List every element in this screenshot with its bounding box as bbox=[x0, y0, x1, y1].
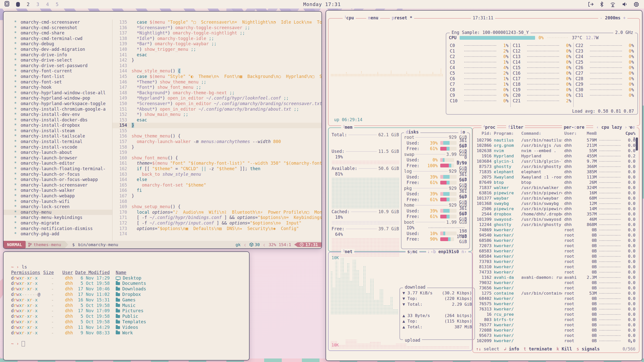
file-list-item[interactable]: *omarchy-launch-webapp bbox=[4, 193, 112, 199]
file-list-item[interactable]: *omarchy-notification-dismiss bbox=[4, 226, 112, 232]
process-row[interactable]: 72073kworker/root0B0.0 bbox=[475, 243, 635, 248]
file-list-item[interactable]: *omarchy-hyprland-workspace-toggle bbox=[4, 101, 112, 107]
file-list-item[interactable]: *omarchy-launch-screensaver bbox=[4, 183, 112, 188]
terminal-cursor[interactable] bbox=[22, 341, 25, 346]
file-list-item[interactable]: *omarchy-drive-set-password bbox=[4, 63, 112, 69]
process-row[interactable]: 803btrfs-trroot0B0.0 bbox=[475, 317, 635, 322]
volume-icon[interactable] bbox=[622, 2, 628, 7]
disks-io-toggle[interactable]: io bbox=[458, 129, 467, 134]
process-row[interactable]: 63816pipewire/usr/bin/pipewiredhh16M0.0 bbox=[475, 190, 635, 196]
file-list-item[interactable]: *omarchy-install-vscode bbox=[4, 145, 112, 150]
process-row[interactable]: 102796nautilus/usr/bin/nautilus --newdhh… bbox=[475, 138, 635, 143]
cpu-chip-icon[interactable] bbox=[634, 2, 639, 7]
file-list-item[interactable]: *omarchy-launch-editor bbox=[4, 161, 112, 166]
file-list-item[interactable]: *omarchy-install-dev-env bbox=[4, 112, 112, 117]
workspace-4[interactable]: 4 bbox=[46, 2, 49, 7]
tab-mem[interactable]: 2mem bbox=[341, 125, 354, 130]
window-icon[interactable] bbox=[5, 1, 9, 8]
process-row[interactable]: 72088kworker/root0B0.0 bbox=[475, 328, 635, 333]
file-list-item[interactable]: *omarchy-menu bbox=[4, 210, 112, 215]
process-row[interactable]: 16rcu_preeroot0B0.0 bbox=[475, 312, 635, 317]
file-list-item[interactable]: *omarchy-install-dropbox bbox=[4, 123, 112, 128]
workspace-3[interactable]: 3 bbox=[36, 2, 39, 7]
workspace-2[interactable]: 2 bbox=[27, 2, 29, 7]
file-list-item[interactable]: *omarchy-install-steam bbox=[4, 128, 112, 134]
file-list-item[interactable]: *omarchy-launch-walker bbox=[4, 188, 112, 193]
process-row[interactable]: 101399swayosd-/usr/bin/swayosd-serverdhh… bbox=[475, 217, 635, 222]
file-list-item[interactable]: *omarchy-install-tailscale bbox=[4, 133, 112, 139]
file-list-item[interactable]: *omarchy-install-docker-dbs bbox=[4, 117, 112, 123]
process-row[interactable]: 87649btopbtopdhh26M0.0 bbox=[475, 180, 635, 185]
file-list-item[interactable]: *omarchy-dev-add-migration bbox=[4, 47, 112, 52]
process-row[interactable]: 87573ghostty/usr/bin/ghostty --gtk-dhh36… bbox=[475, 164, 635, 169]
bluetooth-icon[interactable] bbox=[600, 2, 603, 7]
process-row[interactable]: 12244ghostty/usr/bin/ghostty --gtk-dhh86… bbox=[475, 222, 635, 227]
file-list-item[interactable]: *omarchy-hook bbox=[4, 85, 112, 90]
tab-menu[interactable]: menu bbox=[366, 15, 380, 20]
process-row[interactable]: 74869kworker/root0B0.0 bbox=[475, 227, 635, 233]
process-row[interactable]: 68586kworker/root0B0.0 bbox=[475, 238, 635, 243]
footer-button-kill[interactable]: k Kill bbox=[556, 346, 572, 351]
file-list-item[interactable]: *omarchy-install-chromium-google-a bbox=[4, 107, 112, 112]
file-list-item[interactable]: *omarchy-launch-about bbox=[4, 150, 112, 155]
file-list-item[interactable]: *omarchy-lock-screen bbox=[4, 204, 112, 210]
process-row[interactable]: 102866org.gnom/usr/bin/gjs /usr/lib/odhh… bbox=[475, 143, 635, 148]
footer-button-select[interactable]: ↑↓ select bbox=[476, 346, 499, 351]
file-list-item[interactable]: *omarchy-cmd-share bbox=[4, 30, 112, 36]
proc-sort-selector[interactable]: ‹ cpu lazy › bbox=[594, 125, 629, 130]
file-list-item[interactable]: *omarchy-migrate bbox=[4, 220, 112, 226]
screen-share-icon[interactable] bbox=[588, 2, 594, 7]
file-list-item[interactable]: *omarchy-cmd-terminal-cwd bbox=[4, 36, 112, 41]
process-row[interactable]: 68402kworker/root0B0.0 bbox=[475, 296, 635, 301]
process-row[interactable]: 94540kworker/root0B0.0 bbox=[475, 233, 635, 238]
proc-tab-filter[interactable]: filter bbox=[506, 125, 525, 130]
file-list-item[interactable]: *omarchy-install-terminal bbox=[4, 139, 112, 145]
file-list-item[interactable]: *omarchy-launch-or-focus bbox=[4, 172, 112, 177]
process-row[interactable]: 76575kworker/root0B0.0 bbox=[475, 301, 635, 306]
file-list-item[interactable]: *omarchy-font-current bbox=[4, 68, 112, 74]
tab-net[interactable]: 3net bbox=[341, 249, 354, 254]
process-row[interactable]: 2544dropbox/home/dhh/.dropbox-distdhh357… bbox=[475, 211, 635, 217]
process-scrollbar[interactable] bbox=[636, 138, 638, 151]
process-row[interactable]: 81310kworker/root0B0.0 bbox=[475, 264, 635, 269]
process-row[interactable]: 68584kworker/root0B0.0 bbox=[475, 254, 635, 259]
file-list-item[interactable]: *omarchy-launch-floating-terminal- bbox=[4, 166, 112, 172]
file-list-item[interactable]: *omarchy-launch-wifi bbox=[4, 199, 112, 204]
process-row[interactable]: 79032kworker/root0B0.0 bbox=[475, 280, 635, 285]
file-list-item[interactable]: *omarchy-hyprland-window-close-all bbox=[4, 90, 112, 96]
file-list-item[interactable]: *omarchy-launch-or-focus-webapp bbox=[4, 177, 112, 183]
proc-tab-per-core[interactable]: per-core bbox=[562, 125, 586, 130]
wifi-icon[interactable] bbox=[610, 2, 616, 7]
process-row[interactable]: 73703kworker/root0B0.0 bbox=[475, 259, 635, 264]
process-row[interactable]: 73656kworker/root0B0.0 bbox=[475, 285, 635, 291]
file-list-item[interactable]: *omarchy-drive-info bbox=[4, 52, 112, 58]
file-list-item[interactable]: *omarchy-debug bbox=[4, 41, 112, 47]
tab-proc[interactable]: 4proc bbox=[481, 125, 497, 130]
net-interface-switcher[interactable]: ‹b enp191s0 n› bbox=[429, 249, 468, 254]
file-list-item[interactable]: *omarchy-font-list bbox=[4, 74, 112, 79]
footer-button-info[interactable]: ↲ info bbox=[504, 346, 519, 351]
file-list-item[interactable]: *omarchy-drive-select bbox=[4, 58, 112, 63]
process-row[interactable]: 102638nvimnvim --embed .dhh55M0.0 bbox=[475, 148, 635, 153]
process-row[interactable]: 103684glycin-i/usr/lib/glycin-loadersdhh… bbox=[475, 159, 635, 164]
file-list-item[interactable]: *omarchy-menu-keybindings bbox=[4, 215, 112, 220]
tab-preset[interactable]: preset * bbox=[390, 15, 414, 20]
process-row[interactable]: 68583kworker/root0B0.0 bbox=[475, 248, 635, 254]
tab-cpu[interactable]: 1cpu bbox=[343, 15, 356, 20]
update-interval[interactable]: - 2000ms + bbox=[598, 15, 627, 20]
process-row[interactable]: 1162avahi-daavahi-daemon: running [avahi… bbox=[475, 275, 635, 280]
file-list-item[interactable]: *omarchy-launch-browser bbox=[4, 155, 112, 161]
process-row[interactable]: 95673kworker/root0B0.0 bbox=[475, 333, 635, 338]
process-row[interactable]: 101368swaybg/usr/bin/swaybg -i /homdhh12… bbox=[475, 201, 635, 206]
shell-prompt-active[interactable]: ~ › bbox=[11, 341, 242, 347]
process-row[interactable]: 76313kworker/root0B0.0 bbox=[475, 306, 635, 312]
process-row[interactable]: 102099kworker/root0B0.0 bbox=[475, 338, 635, 343]
footer-button-signals[interactable]: s signals bbox=[577, 346, 600, 351]
footer-button-terminate[interactable]: t terminate bbox=[524, 346, 552, 351]
process-row[interactable]: 2075XwaylandXwayland :1 -rootless -dhh11… bbox=[475, 174, 635, 180]
process-row[interactable]: 71837walker/usr/bin/walker --gappldhh324… bbox=[475, 185, 635, 190]
process-row[interactable]: 71835elephantelephantdhh385M0.0 bbox=[475, 169, 635, 174]
process-row[interactable]: 74733kworker/root0B0.0 bbox=[475, 269, 635, 275]
net-tab-sync[interactable]: sync bbox=[406, 249, 419, 254]
process-row[interactable]: 101377waybar/usr/bin/waybardhh68M0.0 bbox=[475, 196, 635, 201]
